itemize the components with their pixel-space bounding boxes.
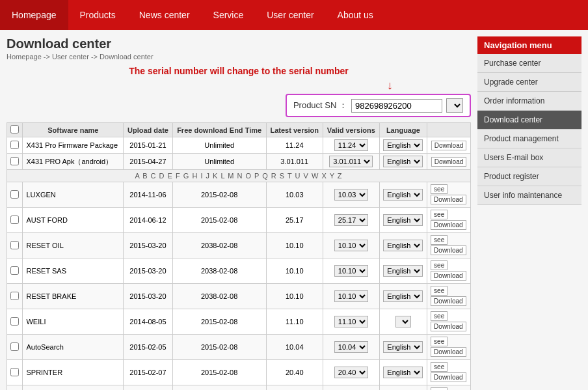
upload-date: 2015-01-21 [124,137,172,154]
download-button[interactable]: Download [431,372,466,382]
see-button[interactable]: see [431,337,448,346]
upload-date: 2015-04-02 [124,385,172,391]
table-row: WEILI2014-08-052015-02-0811.1011.10seeDo… [7,309,471,335]
nav-service[interactable]: Service [202,0,256,30]
nav-products[interactable]: Products [68,0,127,30]
row-checkbox[interactable] [10,317,19,326]
latest-version: 10.04 [266,335,323,360]
language-select[interactable]: English [383,367,423,378]
valid-version-select[interactable]: 20.40 [334,367,368,378]
nav-homepage[interactable]: Homepage [0,0,68,30]
upload-date: 2015-03-20 [124,284,172,309]
see-button[interactable]: see [431,362,448,372]
software-name: SMART [23,385,124,391]
language-select[interactable]: English [383,139,423,151]
valid-version-select[interactable]: 25.17 [334,214,368,226]
col-end-time: Free download End Time [172,123,266,137]
language-select[interactable]: English [383,240,423,251]
row-checkbox[interactable] [10,157,19,165]
valid-version-select[interactable]: 10.03 [334,189,368,201]
upload-date: 2014-06-12 [124,208,172,233]
end-time: Unlimited [172,137,266,154]
download-button[interactable]: Download [431,271,466,281]
product-sn-input[interactable] [351,99,442,113]
see-button[interactable]: see [431,210,448,219]
language-select[interactable]: English [383,189,423,201]
table-row: LUXGEN2014-11-062015-02-0810.0310.03Engl… [7,182,471,208]
see-button[interactable]: see [431,387,448,390]
row-checkbox[interactable] [10,141,19,149]
latest-version: 10.10 [266,284,323,309]
row-checkbox[interactable] [10,292,19,300]
select-all-checkbox[interactable] [10,125,19,133]
table-row: AUST FORD2014-06-122015-02-0825.1725.17E… [7,208,471,233]
see-button[interactable]: see [431,235,448,245]
software-name: WEILI [23,309,124,335]
latest-version: 25.17 [266,208,323,233]
end-time: 2015-02-08 [172,360,266,385]
row-checkbox[interactable] [10,216,19,224]
see-button[interactable]: see [431,286,448,296]
nav-bar: Homepage Products News center Service Us… [0,0,588,30]
sidebar-item-purchase-center[interactable]: Purchase center [477,54,581,73]
software-name: RESET SAS [23,258,124,284]
upload-date: 2014-11-06 [124,182,172,208]
language-select[interactable]: English [383,341,423,353]
see-button[interactable]: see [431,311,448,321]
sidebar-item-download-center[interactable]: Download center [477,111,581,130]
product-sn-row: Product SN ： [7,94,471,117]
sidebar-item-upgrade-center[interactable]: Upgrade center [477,73,581,92]
download-button[interactable]: Download [431,347,466,357]
end-time: 2015-02-08 [172,385,266,391]
nav-about-us[interactable]: About us [326,0,385,30]
product-sn-label: Product SN ： [293,100,347,111]
sidebar-item-order-information[interactable]: Order information [477,92,581,111]
download-button[interactable]: Download [431,296,466,306]
see-button[interactable]: see [431,260,448,270]
col-actions [427,123,471,137]
download-button[interactable]: Download [431,157,466,167]
see-button[interactable]: see [431,184,448,194]
row-checkbox[interactable] [10,368,19,376]
end-time: 2015-02-08 [172,335,266,360]
language-select[interactable]: English [383,265,423,277]
sidebar-title: Navigation menu [477,36,581,54]
row-checkbox[interactable] [10,342,19,351]
language-select[interactable] [395,316,411,327]
annotation-text: The serial number will change to the ser… [7,66,471,76]
nav-user-center[interactable]: User center [255,0,325,30]
valid-version-select[interactable]: 10.10 [334,265,368,277]
download-button[interactable]: Download [431,220,466,230]
download-button[interactable]: Download [431,322,466,331]
product-sn-dropdown[interactable] [446,98,463,113]
col-language: Language [379,123,427,137]
software-name: SPRINTER [23,360,124,385]
download-button[interactable]: Download [431,245,466,255]
valid-version-select[interactable]: 3.01.011 [329,156,373,167]
download-button[interactable]: Download [431,141,466,150]
col-valid-versions: Valid versions [323,123,379,137]
valid-version-select[interactable]: 11.24 [334,139,368,151]
row-checkbox[interactable] [10,190,19,199]
latest-version: 20.40 [266,360,323,385]
language-select[interactable]: English [383,290,423,302]
sidebar-item-users-e-mail-box[interactable]: Users E-mail box [477,148,581,167]
annotation-arrow: ↓ [7,79,471,92]
sidebar-item-product-register[interactable]: Product register [477,167,581,186]
valid-version-select[interactable]: 10.04 [334,341,368,353]
row-checkbox[interactable] [10,266,19,275]
download-button[interactable]: Download [431,195,466,204]
sidebar-item-user-info-maintenance[interactable]: User info maintenance [477,186,581,205]
product-sn-box: Product SN ： [286,94,471,117]
row-checkbox[interactable] [10,241,19,249]
software-name: AutoSearch [23,335,124,360]
valid-version-select[interactable]: 10.10 [334,240,368,251]
language-select[interactable]: English [383,214,423,226]
sidebar-item-product-management[interactable]: Product management [477,130,581,148]
latest-version: 17.51 [266,385,323,391]
valid-version-select[interactable]: 10.10 [334,290,368,302]
language-select[interactable]: English [383,156,423,167]
nav-news-center[interactable]: News center [127,0,202,30]
valid-version-select[interactable]: 11.10 [334,316,368,327]
latest-version: 11.10 [266,309,323,335]
